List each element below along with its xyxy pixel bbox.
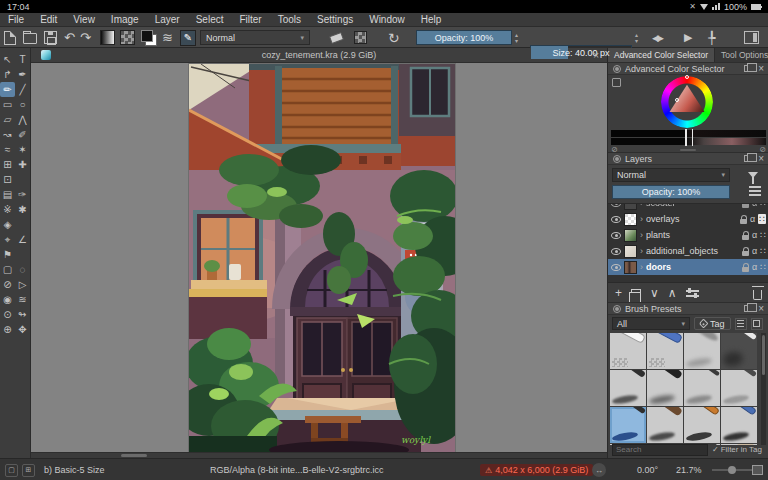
gradient-chooser-button[interactable] [100, 30, 115, 45]
menu-file[interactable]: File [0, 13, 32, 27]
tool-bezier-curve[interactable]: ↝ [0, 127, 15, 142]
open-document-button[interactable] [23, 30, 37, 45]
tab-advanced-color-selector[interactable]: Advanced Color Selector [608, 48, 715, 62]
tool-freehand-selection[interactable]: ⊘ [0, 277, 15, 292]
tool-freehand-path[interactable]: ✐ [15, 127, 30, 142]
move-layer-up-button[interactable]: ∧ [668, 287, 677, 299]
tool-pan[interactable]: ✥ [15, 322, 30, 337]
brush-preset-blue-pencil[interactable] [721, 407, 757, 443]
mirror-button[interactable]: ◀▶ [652, 30, 662, 45]
menu-window[interactable]: Window [361, 13, 413, 27]
lock-icon[interactable] [742, 203, 749, 208]
brush-preset-smudge[interactable] [684, 333, 720, 369]
add-layer-button[interactable]: + [615, 287, 622, 299]
lock-icon[interactable] [742, 267, 749, 272]
crop-overlay-button[interactable]: ╄ [708, 30, 715, 45]
blend-mode-dropdown[interactable]: Normal ▾ [200, 30, 310, 45]
tool-line[interactable]: ╱ [15, 82, 30, 97]
canvas-viewport[interactable]: woylyl [31, 63, 607, 452]
layer-row-plants[interactable]: › plants α ∷ [608, 227, 768, 243]
preserve-alpha-button[interactable] [354, 30, 367, 45]
tool-edit-shapes[interactable]: ↱ [0, 67, 15, 82]
current-brush-label[interactable]: b) Basic-5 Size [44, 459, 105, 480]
tool-freehand-brush[interactable]: ✏ [0, 82, 15, 97]
tool-polygon[interactable]: ▱ [0, 112, 15, 127]
brush-preset-eraser-soft[interactable] [647, 333, 683, 369]
tool-text[interactable]: T [15, 52, 30, 67]
layer-row-overlays[interactable]: › overlays α ∷ [608, 211, 768, 227]
docker-resize-grip[interactable] [680, 149, 696, 151]
opacity-spinner[interactable]: ▴▾ [515, 30, 518, 45]
fit-view-icon[interactable] [752, 465, 763, 475]
color-profile-label[interactable]: RGB/Alpha (8-bit inte...B-elle-V2-srgbtr… [210, 459, 384, 480]
zoom-slider-knob[interactable] [728, 466, 736, 474]
undo-button[interactable]: ↶ [64, 30, 75, 45]
tool-transform[interactable]: ⊞ [0, 157, 15, 172]
expand-chevron-icon[interactable]: › [640, 246, 643, 256]
brush-preset-ink-brush[interactable] [647, 370, 683, 406]
alpha-lock-icon[interactable]: α [752, 230, 757, 240]
tool-bezier-selection[interactable]: ↬ [15, 307, 30, 322]
tool-select-shapes[interactable]: ↖ [0, 52, 15, 67]
tool-similar-color-selection[interactable]: ≋ [15, 292, 30, 307]
close-docker-icon[interactable]: × [758, 154, 764, 164]
layer-properties-icon[interactable]: ∷ [760, 262, 766, 272]
menu-select[interactable]: Select [188, 13, 232, 27]
reset-rotation-icon[interactable]: ↔ [592, 463, 606, 477]
tool-calligraphy[interactable]: ✒ [15, 67, 30, 82]
alpha-lock-icon[interactable]: α [752, 203, 757, 208]
docker-lock-icon[interactable] [613, 155, 621, 163]
menu-edit[interactable]: Edit [32, 13, 65, 27]
expand-chevron-icon[interactable]: › [640, 203, 643, 208]
opacity-slider[interactable]: Opacity: 100% [416, 30, 512, 45]
move-layer-down-button[interactable]: ∨ [650, 287, 659, 299]
alpha-lock-icon[interactable]: α [752, 262, 757, 272]
image-size-warning-badge[interactable]: ⚠ 4,042 x 6,000 (2.9 GiB) [480, 464, 593, 476]
color-wheel[interactable] [661, 76, 713, 128]
brush-preset-round-brush[interactable] [647, 407, 683, 443]
docker-lock-icon[interactable] [613, 65, 621, 73]
menu-tools[interactable]: Tools [270, 13, 309, 27]
float-docker-icon[interactable] [744, 305, 752, 312]
layer-properties-button[interactable] [686, 290, 699, 292]
layer-row-scooter[interactable]: › scooter α ∷ [608, 203, 768, 211]
docker-lock-icon[interactable] [613, 305, 621, 313]
visibility-eye-icon[interactable] [611, 232, 621, 239]
tool-ellipse[interactable]: ○ [15, 97, 30, 112]
filter-in-tag-checkbox[interactable]: ✓ Filter in Tag [712, 445, 762, 454]
brush-preset-selected[interactable] [610, 407, 646, 443]
search-input[interactable] [612, 444, 708, 456]
visibility-eye-icon[interactable] [611, 248, 621, 255]
layer-blend-mode-dropdown[interactable]: Normal ▾ [612, 168, 730, 182]
snapshot-button[interactable]: ▶ [684, 30, 692, 45]
layer-properties-icon[interactable]: ∷ [758, 214, 766, 224]
tool-assistants[interactable]: ⌖ [0, 232, 15, 247]
tool-rectangle[interactable]: ▭ [0, 97, 15, 112]
float-docker-icon[interactable] [744, 65, 752, 72]
tool-rectangular-selection[interactable]: ▢ [0, 262, 15, 277]
menu-help[interactable]: Help [413, 13, 450, 27]
tool-move[interactable]: ✚ [15, 157, 30, 172]
menu-settings[interactable]: Settings [309, 13, 361, 27]
canvas-artwork[interactable]: woylyl [189, 64, 455, 452]
close-docker-icon[interactable]: × [758, 304, 764, 314]
brush-editor-button[interactable]: ✎ [180, 30, 196, 45]
menu-image[interactable]: Image [103, 13, 147, 27]
layer-opacity-slider[interactable]: Opacity: 100% [612, 185, 730, 199]
alpha-lock-icon[interactable]: α [752, 246, 757, 256]
wrap-around-button[interactable]: ≋ [162, 30, 173, 45]
brush-preset-eraser[interactable] [610, 333, 646, 369]
tool-elliptical-selection[interactable]: ◌ [15, 262, 30, 277]
grid-view-icon[interactable] [751, 318, 763, 330]
tag-filter-dropdown[interactable]: All ▾ [612, 317, 690, 330]
menu-filter[interactable]: Filter [231, 13, 269, 27]
layer-properties-icon[interactable]: ∷ [760, 246, 766, 256]
selection-display-icon[interactable]: ⊞ [22, 464, 35, 477]
brush-preset-pencil[interactable] [721, 370, 757, 406]
save-button[interactable] [44, 30, 57, 45]
redo-button[interactable]: ↷ [80, 30, 91, 45]
menu-layer[interactable]: Layer [147, 13, 188, 27]
brush-preset-airbrush[interactable] [721, 333, 757, 369]
zoom-percent[interactable]: 21.7% [676, 459, 702, 480]
selection-mode-icon[interactable]: ▢ [5, 464, 18, 477]
